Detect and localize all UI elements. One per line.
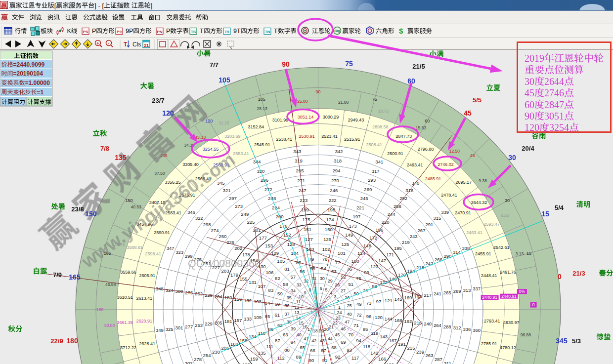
svg-text:205: 205 [215,320,222,325]
svg-text:90: 90 [309,358,314,363]
svg-text:2019: 2019 [525,53,544,64]
svg-text:51: 51 [348,282,353,287]
svg-text:48: 48 [347,312,351,317]
svg-text:197: 197 [352,214,360,219]
svg-text:15.63: 15.63 [416,125,427,130]
svg-text:3101.99: 3101.99 [272,118,289,122]
svg-text:31.25: 31.25 [219,121,229,125]
svg-text:288: 288 [443,324,451,329]
svg-text:9P: 9P [126,28,133,35]
svg-text:150: 150 [85,210,97,218]
svg-text:2593.47: 2593.47 [483,222,500,227]
svg-text:TS: TS [191,30,196,34]
svg-text:289: 289 [453,288,461,294]
svg-text:131: 131 [249,280,257,285]
svg-text:5: 5 [325,287,328,292]
svg-text:345: 345 [556,337,568,345]
svg-text:2898.58: 2898.58 [372,124,389,129]
svg-text:81: 81 [284,266,290,272]
svg-text:2644: 2644 [544,76,564,87]
svg-text:2545.91: 2545.91 [254,142,270,147]
svg-text:144: 144 [385,316,393,322]
svg-text:178: 178 [242,252,250,257]
svg-text:83: 83 [268,287,274,293]
svg-text:37: 37 [284,312,289,317]
svg-text:90: 90 [282,60,290,68]
svg-text:0: 0 [558,273,562,281]
svg-text:2448.41: 2448.41 [481,273,497,278]
svg-text:22: 22 [333,321,338,325]
svg-text:39: 39 [291,326,296,331]
svg-text:345: 345 [217,180,225,186]
svg-text:183: 183 [242,362,250,364]
svg-text:T: T [124,41,128,48]
svg-text:173: 173 [349,223,357,229]
svg-text:177: 177 [259,235,267,241]
svg-text:346: 346 [187,209,195,215]
svg-text:T9: T9 [224,30,229,34]
svg-text:123: 123 [370,264,378,269]
svg-text:$: $ [399,27,403,35]
svg-text:68: 68 [331,345,337,350]
svg-text:119: 119 [371,330,378,336]
svg-text:25: 25 [347,303,351,308]
svg-text:[: [ [54,2,56,9]
svg-text:277: 277 [185,324,193,329]
svg-text:85: 85 [265,314,270,319]
svg-text:2620.91: 2620.91 [136,319,153,324]
svg-text:180: 180 [66,337,78,345]
svg-text:2847: 2847 [544,99,564,110]
svg-text:9T: 9T [233,28,241,35]
svg-text:243: 243 [410,234,418,239]
svg-text:3661.36: 3661.36 [117,320,133,325]
svg-text:22/9: 22/9 [50,337,63,345]
svg-text:2590.91: 2590.91 [154,230,170,235]
svg-text:166: 166 [378,356,386,362]
svg-text:312: 312 [453,325,461,330]
svg-text:263: 263 [426,353,434,358]
svg-text:325: 325 [166,326,174,332]
svg-text:21.88: 21.88 [338,100,349,105]
svg-text:4830.97: 4830.97 [503,320,520,325]
svg-text:239: 239 [416,349,424,355]
svg-text:90: 90 [525,111,534,121]
svg-text:2538.41: 2538.41 [276,137,292,142]
svg-text:3152.84: 3152.84 [248,124,264,129]
svg-text:66: 66 [310,348,315,353]
svg-text:47: 47 [345,320,350,324]
svg-text:180: 180 [96,307,103,312]
svg-text:10: 10 [299,294,304,299]
svg-text:30: 30 [508,154,516,162]
svg-text:225: 225 [247,219,255,225]
svg-text:311: 311 [444,361,451,364]
svg-text:2746: 2746 [544,87,564,98]
svg-text:3610.51: 3610.51 [117,295,133,300]
svg-text:Big: Big [334,29,340,33]
svg-text:3254.55: 3254.55 [203,147,219,152]
svg-text:181: 181 [224,319,232,324]
svg-text:TN: TN [265,30,270,34]
svg-text:3559.66: 3559.66 [120,270,136,275]
svg-text:290: 290 [443,253,451,259]
svg-text:73: 73 [366,300,372,306]
svg-text:Cls: Cls [132,41,141,48]
svg-text:159: 159 [250,356,258,362]
svg-text:59: 59 [277,291,283,296]
svg-text:23/8: 23/8 [71,205,84,213]
svg-text:57: 57 [290,274,296,280]
svg-text:3508.81: 3508.81 [127,245,143,250]
svg-text:147: 147 [378,258,386,263]
svg-text:21: 21 [144,43,149,48]
svg-text:273: 273 [235,203,243,209]
svg-text:40: 40 [297,332,302,337]
svg-text:169: 169 [404,295,412,300]
svg-text:254: 254 [203,353,211,358]
svg-text:20: 20 [324,327,329,332]
svg-text:3: 3 [334,294,336,299]
svg-text:3.13: 3.13 [516,251,524,256]
svg-text:143: 143 [380,334,388,339]
svg-text:153: 153 [265,243,273,248]
svg-text:111: 111 [266,344,273,349]
svg-text:105: 105 [258,97,265,102]
svg-text:195: 195 [394,245,402,251]
